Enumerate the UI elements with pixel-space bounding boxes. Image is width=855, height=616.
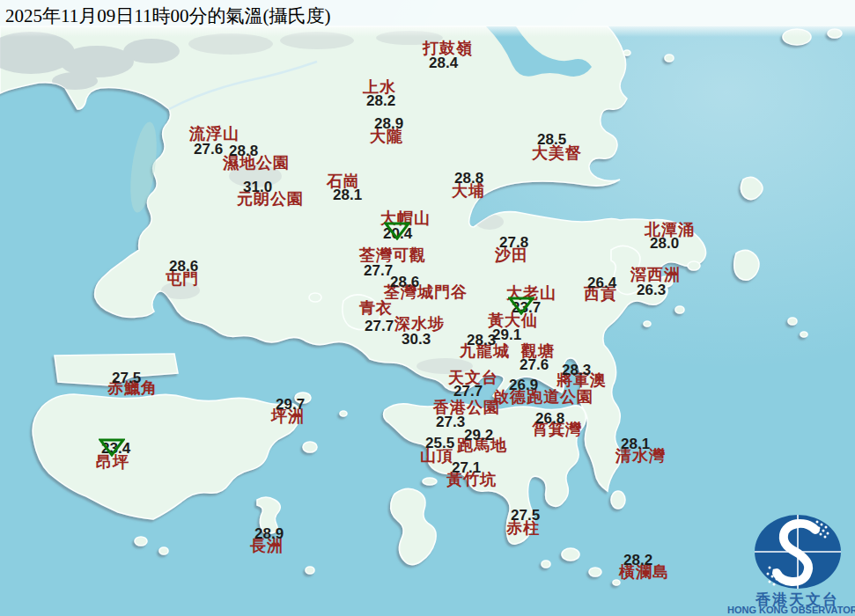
- station-value: 28.9: [374, 116, 403, 131]
- station-value: 28.4: [429, 55, 458, 70]
- station-value: 28.0: [650, 236, 679, 251]
- station-marker-triangle: [99, 438, 125, 457]
- station-value: 29.1: [492, 327, 521, 342]
- map-title: 2025年11月09日11時00分的氣溫(攝氏度): [5, 4, 330, 28]
- station-value: 27.7: [453, 384, 483, 399]
- station-value: 28.2: [366, 93, 395, 108]
- station-value: 28.6: [390, 275, 419, 290]
- station-value: 27.5: [511, 508, 540, 523]
- station-value: 28.8: [229, 143, 258, 158]
- station-value: 27.6: [194, 142, 223, 157]
- station-value: 26.4: [587, 275, 616, 290]
- station-value: 28.5: [537, 132, 566, 147]
- station-value: 28.3: [562, 363, 591, 378]
- station-value: 27.3: [436, 414, 465, 429]
- station-name: 深水埗: [394, 316, 445, 332]
- land-tap-mun: [741, 177, 763, 199]
- hko-logo-name-en: HONG KONG OBSERVATORY: [727, 605, 855, 615]
- station-value: 25.5: [425, 436, 454, 451]
- station-name: 青衣: [359, 300, 393, 316]
- station-value: 27.6: [520, 357, 549, 372]
- station-value: 26.3: [637, 282, 666, 297]
- station-value: 28.9: [254, 526, 284, 541]
- station-name: 荃灣可觀: [359, 247, 426, 263]
- station-value: 28.6: [169, 259, 198, 274]
- station-value: 28.1: [621, 436, 650, 451]
- station-value: 28.3: [467, 333, 496, 348]
- station-value: 27.7: [364, 263, 393, 278]
- station-value: 28.8: [454, 171, 483, 186]
- station-value: 26.8: [535, 411, 564, 426]
- station-value: 31.0: [243, 180, 272, 194]
- station-name: 滘西洲: [630, 267, 681, 282]
- hongkong-map: [0, 0, 855, 616]
- station-value: 28.1: [333, 187, 362, 202]
- station-marker-triangle: [384, 222, 410, 240]
- station-value: 27.5: [112, 370, 141, 385]
- station-value: 26.9: [509, 378, 538, 392]
- station-value: 27.1: [452, 460, 481, 475]
- station-value: 28.2: [623, 553, 652, 568]
- station-value: 29.7: [276, 397, 305, 412]
- station-value: 30.3: [402, 332, 431, 347]
- station-value: 27.8: [499, 235, 528, 250]
- station-name: 流浮山: [189, 126, 240, 142]
- station-value: 27.7: [365, 319, 394, 334]
- land-crooked-island: [734, 250, 759, 280]
- station-value: 29.2: [464, 428, 493, 443]
